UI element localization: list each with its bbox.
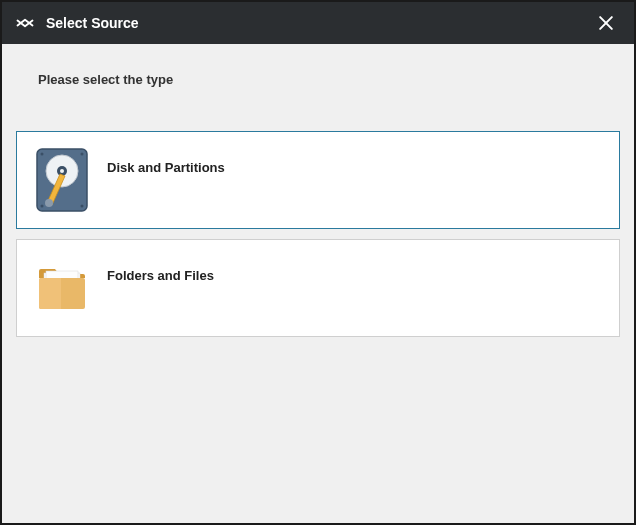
svg-point-6: [45, 199, 53, 207]
option-folders-and-files[interactable]: Folders and Files: [16, 239, 620, 337]
folder-icon: [35, 255, 89, 321]
svg-point-5: [60, 169, 64, 173]
select-source-modal: Select Source Please select the type: [2, 2, 634, 523]
sync-icon: [14, 12, 36, 34]
svg-point-9: [41, 205, 44, 208]
modal-header: Select Source: [2, 2, 634, 44]
svg-point-7: [41, 153, 44, 156]
svg-point-10: [81, 205, 84, 208]
option-label: Disk and Partitions: [107, 160, 225, 175]
instruction-text: Please select the type: [16, 44, 620, 87]
close-icon: [596, 13, 616, 33]
modal-content: Please select the type Disk and Partitio…: [2, 44, 634, 523]
modal-title: Select Source: [46, 15, 590, 31]
svg-point-8: [81, 153, 84, 156]
option-label: Folders and Files: [107, 268, 214, 283]
option-disk-and-partitions[interactable]: Disk and Partitions: [16, 131, 620, 229]
close-button[interactable]: [590, 7, 622, 39]
hard-disk-icon: [35, 147, 89, 213]
